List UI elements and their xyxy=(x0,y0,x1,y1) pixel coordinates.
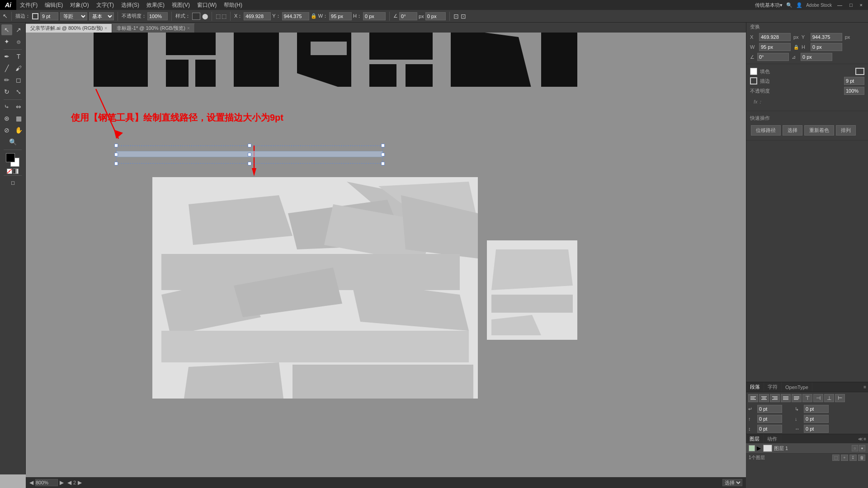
w-input[interactable] xyxy=(329,12,352,20)
rotate-tool[interactable]: ↻ xyxy=(1,86,12,97)
menu-object[interactable]: 对象(O) xyxy=(66,0,92,10)
path-offset-btn[interactable]: 位移路径 xyxy=(751,125,781,136)
menu-file[interactable]: 文件(F) xyxy=(16,0,41,10)
brush-tool[interactable]: 🖌 xyxy=(13,63,24,74)
align-middle-btn[interactable]: ⊣ xyxy=(813,394,823,402)
layer-expand-arrow[interactable]: ▶ xyxy=(757,445,761,451)
align1-icon[interactable]: ⊡ xyxy=(453,13,459,20)
envelope1-icon[interactable]: ⬚ xyxy=(216,13,221,19)
shear-input[interactable] xyxy=(425,12,446,20)
zoom-input[interactable] xyxy=(35,479,58,486)
next-page-btn[interactable]: ▶ xyxy=(60,479,64,486)
selection-tool[interactable]: ↖ xyxy=(1,24,12,35)
h-input[interactable] xyxy=(363,12,386,20)
delete-layer-btn[interactable]: 🗑 xyxy=(858,455,865,461)
stroke-style-select[interactable]: 等距 xyxy=(60,12,87,20)
align-center-btn[interactable] xyxy=(759,394,769,402)
opacity-input[interactable] xyxy=(147,12,168,20)
layer-row-1[interactable]: ▶ 图层 1 ○ ● xyxy=(746,443,868,454)
anchor-point-tl[interactable] xyxy=(114,144,118,147)
anchor-point-top-center[interactable] xyxy=(248,144,251,147)
space-row-input[interactable] xyxy=(757,425,782,433)
anchor-point-left[interactable] xyxy=(114,153,118,156)
align-right-btn[interactable] xyxy=(770,394,780,402)
hand-tool[interactable]: ✋ xyxy=(13,125,24,136)
space-before-input[interactable] xyxy=(757,415,782,423)
menu-text[interactable]: 文字(T) xyxy=(93,0,118,10)
tab-character[interactable]: 字符 xyxy=(764,382,782,392)
indent-left-input[interactable] xyxy=(757,405,782,413)
tab-main[interactable]: 父亲节讲解.ai @ 800% (RGB/预) × xyxy=(26,23,112,33)
anchor-point-bottom-center[interactable] xyxy=(248,162,251,165)
indent-right-input[interactable] xyxy=(804,405,829,413)
new-sub-layer-btn[interactable]: ⬚ xyxy=(832,455,840,461)
align-justify-btn[interactable] xyxy=(781,394,791,402)
symbol-sprayer-tool[interactable]: ⊛ xyxy=(1,113,12,124)
lasso-tool[interactable]: ⌾ xyxy=(13,36,24,47)
align-bottom-btn[interactable]: ⊥ xyxy=(824,394,834,402)
create-new-layer-btn[interactable]: + xyxy=(841,455,848,461)
stroke-color-box[interactable] xyxy=(32,13,38,19)
menu-select[interactable]: 选择(S) xyxy=(118,0,143,10)
anchor-point-center[interactable] xyxy=(248,153,251,156)
anchor-point-right[interactable] xyxy=(381,153,385,156)
prev-page-btn[interactable]: ◀ xyxy=(29,479,33,486)
panel-options-icon[interactable]: ≡ xyxy=(862,382,868,392)
selected-path-element[interactable] xyxy=(116,145,383,164)
pen-tool[interactable]: ✒ xyxy=(1,51,12,62)
fill-stroke-swatch[interactable] xyxy=(6,153,19,167)
menu-window[interactable]: 窗口(W) xyxy=(193,0,220,10)
direct-selection-tool[interactable]: ↗ xyxy=(13,24,24,35)
transform-y-input[interactable] xyxy=(811,33,842,41)
zoom-tool[interactable]: 🔍 xyxy=(7,136,18,147)
angle-input[interactable] xyxy=(399,12,417,20)
window-close[interactable]: × xyxy=(858,2,864,8)
align2-icon[interactable]: ⊡ xyxy=(461,13,466,20)
layer-lock-btn[interactable]: ○ xyxy=(852,445,858,451)
move-to-layer-btn[interactable]: ↧ xyxy=(849,455,857,461)
anchor-point-bl[interactable] xyxy=(114,162,118,165)
window-minimize[interactable]: — xyxy=(835,2,844,8)
type-tool[interactable]: T xyxy=(13,51,24,62)
scale-tool[interactable]: ⤡ xyxy=(13,86,24,97)
stroke-size-input[interactable] xyxy=(40,12,58,20)
layer-panel-expand[interactable]: ≪ xyxy=(858,436,863,441)
tab-opentype[interactable]: OpenType xyxy=(782,382,812,392)
menu-view[interactable]: 视图(V) xyxy=(168,0,193,10)
fill-color-box[interactable] xyxy=(855,68,864,75)
artboard-next-btn[interactable]: ▶ xyxy=(78,479,82,486)
transform-x-input[interactable] xyxy=(759,33,791,41)
style-swatch[interactable] xyxy=(192,13,200,20)
artboard-prev-btn[interactable]: ◀ xyxy=(67,479,71,486)
search-icon[interactable]: 🔍 xyxy=(786,2,793,8)
transform-w-input[interactable] xyxy=(759,43,791,51)
select-btn[interactable]: 选择 xyxy=(783,125,802,136)
tab-main-close[interactable]: × xyxy=(104,26,107,31)
transform-shear-input[interactable] xyxy=(801,53,832,61)
menu-edit[interactable]: 编辑(E) xyxy=(41,0,66,10)
layer-tab-layers[interactable]: 图层 xyxy=(746,434,764,443)
magic-wand-tool[interactable]: ✦ xyxy=(1,36,12,47)
tab-secondary-close[interactable]: × xyxy=(187,26,190,31)
slice-tool[interactable]: ⊘ xyxy=(1,125,12,136)
recolor-btn[interactable]: 重新着色 xyxy=(804,125,834,136)
envelope2-icon[interactable]: ⬚ xyxy=(222,13,226,19)
y-coord-input[interactable] xyxy=(282,12,309,20)
line-tool[interactable]: ╱ xyxy=(1,63,12,74)
status-tool-select[interactable]: 选择 xyxy=(722,479,742,486)
lock-proportions-icon[interactable]: 🔒 xyxy=(311,13,317,19)
space-col-input[interactable] xyxy=(804,425,829,433)
transform-h-input[interactable] xyxy=(811,43,842,51)
width-tool[interactable]: ⇔ xyxy=(13,101,24,112)
anchor-point-tr[interactable] xyxy=(381,144,385,147)
menu-effect[interactable]: 效果(E) xyxy=(143,0,168,10)
tab-secondary[interactable]: 非标题-1* @ 100% (RGB/预览) × xyxy=(112,23,195,33)
canvas-area[interactable]: 使用【钢笔工具】绘制直线路径，设置描边大小为9pt xyxy=(26,33,746,477)
gradient-swatch[interactable] xyxy=(13,169,19,174)
stroke-size-rpanel[interactable] xyxy=(844,77,864,85)
align-top-btn[interactable]: ⊤ xyxy=(802,394,812,402)
anchor-point-br[interactable] xyxy=(381,162,385,165)
align-vertical-btn[interactable]: ⊢ xyxy=(835,394,845,402)
x-coord-input[interactable] xyxy=(244,12,271,20)
column-graph-tool[interactable]: ▦ xyxy=(13,113,24,124)
